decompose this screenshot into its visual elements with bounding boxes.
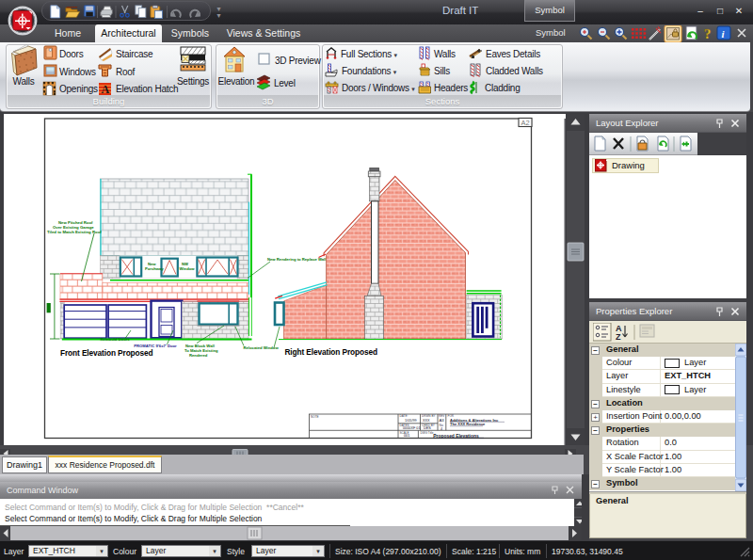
svg-text:0000XF 01: 0000XF 01 (403, 426, 421, 430)
svg-text:A2: A2 (521, 119, 530, 127)
svg-text:XXX: XXX (423, 419, 430, 423)
svg-text:001: 001 (404, 434, 409, 438)
svg-text:Window: Window (180, 266, 196, 271)
svg-text:A3: A3 (440, 418, 445, 423)
svg-text:Porchway: Porchway (145, 266, 164, 271)
svg-text:DWG Title: DWG Title (421, 431, 434, 435)
svg-text:Right Elevation Proposed: Right Elevation Proposed (284, 347, 377, 357)
svg-text:DRWN BY: DRWN BY (422, 414, 436, 418)
svg-text:Rendered: Rendered (189, 353, 208, 358)
svg-text:DES: DES (424, 426, 431, 430)
svg-text:The XXX Residence: The XXX Residence (450, 422, 486, 426)
svg-text:4: 4 (441, 427, 442, 431)
svg-text:Relocated Window: Relocated Window (244, 345, 280, 350)
svg-text:Tiled to Match Existing Roof: Tiled to Match Existing Roof (47, 230, 102, 234)
svg-text:New Rendering to Replace Wall: New Rendering to Replace Wall (267, 257, 326, 262)
svg-text:?: ? (704, 26, 712, 41)
svg-text:Front Elevation Proposed: Front Elevation Proposed (60, 348, 153, 358)
svg-text:Proposed Elevations: Proposed Elevations (433, 434, 479, 439)
svg-text:DATE:: DATE: (400, 414, 409, 418)
svg-text:1/05/99: 1/05/99 (405, 419, 417, 423)
svg-text:NOTE: NOTE (311, 415, 319, 419)
svg-text:Z: Z (616, 332, 621, 342)
